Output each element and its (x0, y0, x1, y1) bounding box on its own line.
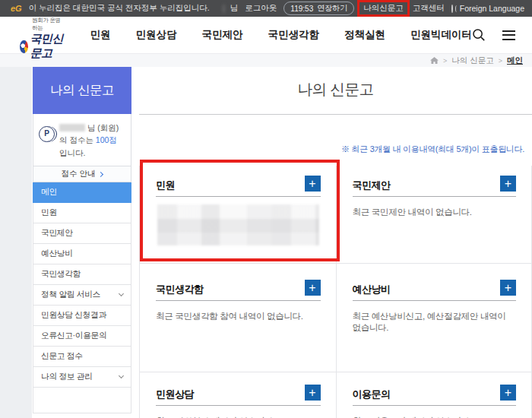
section-title-kukmin-jean: 국민제안 (353, 176, 391, 192)
title-divider (139, 114, 532, 115)
sidebar-item-my-info[interactable]: 나의 정보 관리 (33, 367, 131, 388)
sidebar-profile-box: P 님 (회원) 의 점수는 100점 입니다. (33, 114, 131, 166)
sidebar-item-error-report[interactable]: 오류신고·이용문의 (33, 326, 131, 347)
left-gray-gutter (0, 67, 32, 418)
foreign-language-link[interactable]: Foreign Language (460, 4, 524, 13)
session-extend-button[interactable]: 연장하기 (317, 3, 347, 14)
profile-name-redacted (59, 124, 85, 131)
logo-subtitle: 국민권익위원회가 운영하는 (32, 9, 65, 32)
add-yesan-nangbi-button[interactable]: + (500, 280, 516, 296)
sidebar: 나의 신문고 P 님 (회원) 의 점수는 100점 입니다. 점수 안내 메인… (33, 67, 131, 413)
sidebar-item-kukmin-saenggakham[interactable]: 국민생각함 (33, 264, 131, 285)
search-icon[interactable] (472, 28, 486, 42)
sidebar-item-policy-alert[interactable]: 정책 알림 서비스 (33, 285, 131, 306)
section-title-iyong-munui: 이용문의 (353, 385, 391, 401)
add-minwon-button[interactable]: + (305, 176, 321, 192)
breadcrumb-separator: > (443, 57, 447, 65)
top-utility-bar: eG 이 누리집은 대한민국 공식 전자정부 누리집입니다. 님 로그아웃 11… (0, 0, 532, 17)
section-minwon: 민원 + (139, 166, 336, 263)
chevron-down-icon (119, 291, 124, 296)
nav-kukmin-jean[interactable]: 국민제안 (202, 28, 243, 42)
add-kukmin-saenggakham-button[interactable]: + (305, 280, 321, 296)
sidebar-item-yesan-nangbi[interactable]: 예산낭비 (33, 244, 131, 264)
sidebar-menu: 메인 민원 국민제안 예산낭비 국민생각함 정책 알림 서비스 민원상담 신청결… (33, 182, 131, 388)
nav-kukmin-saenggakham[interactable]: 국민생각함 (268, 28, 320, 42)
session-timer-pill[interactable]: 119:53 연장하기 (283, 2, 354, 15)
profile-score-value: 100점 (96, 135, 117, 144)
sidebar-item-sangdam-result[interactable]: 민원상담 신청결과 (33, 306, 131, 326)
nav-minwon-sangdam[interactable]: 민원상담 (136, 28, 177, 42)
empty-text-yesan-nangbi: 최근 예산낭비신고, 예산절감제안 내역이 없습니다. (353, 311, 517, 334)
score-guide-label: 점수 안내 (62, 169, 96, 179)
my-sinmungo-link[interactable]: 나의신문고 (363, 3, 404, 12)
add-kukmin-jean-button[interactable]: + (500, 176, 516, 192)
globe-icon (451, 5, 453, 13)
breadcrumb-separator: > (499, 57, 502, 65)
section-underline (353, 300, 517, 301)
section-iyong-munui: 이용문의 + 최근 이용문의 내역이 없습니다. (336, 372, 532, 418)
hamburger-menu-icon[interactable] (502, 30, 515, 40)
profile-text-suffix: 입니다. (59, 148, 85, 157)
section-yesan-nangbi: 예산낭비 + 최근 예산낭비신고, 예산절감제안 내역이 없습니다. (336, 263, 532, 372)
section-title-kukmin-saenggakham: 국민생각함 (156, 280, 204, 296)
header-icons (472, 28, 520, 42)
dashboard-grid: 민원 + 국민제안 + 최근 국민제안 내역이 없습니다. 국민생각함 + 최근… (139, 166, 532, 418)
sidebar-title: 나의 신문고 (33, 67, 131, 114)
breadcrumb-item-current[interactable]: 메인 (507, 55, 523, 66)
section-underline (156, 196, 321, 197)
my-sinmungo-link-wrap: 나의신문고 (361, 3, 406, 14)
section-title-minwon-sangdam: 민원상담 (156, 385, 194, 401)
section-underline (353, 196, 517, 197)
section-title-minwon: 민원 (156, 176, 175, 192)
sidebar-item-minwon[interactable]: 민원 (33, 203, 131, 223)
sidebar-item-sinmungo-score[interactable]: 신문고 점수 (33, 347, 131, 367)
breadcrumb: > 나의 신문고 > 메인 (0, 53, 532, 67)
nav-jeongchaek-silhyeon[interactable]: 정책실현 (344, 28, 385, 42)
customer-center-link[interactable]: 고객센터 (413, 3, 445, 14)
main-nav: 민원 민원상담 국민제안 국민생각함 정책실현 민원빅데이터 (90, 28, 473, 42)
nav-minwon-bigdata[interactable]: 민원빅데이터 (410, 28, 472, 42)
recent-history-note: ※ 최근 3개월 내 이용내역(최대 5개)이 표출됩니다. (139, 144, 524, 155)
user-name-suffix: 님 (230, 3, 239, 14)
section-underline (353, 405, 517, 406)
breadcrumb-item-my-sinmungo[interactable]: 나의 신문고 (451, 55, 493, 66)
logout-link[interactable]: 로그아웃 (245, 3, 277, 14)
section-underline (156, 405, 321, 406)
nav-minwon[interactable]: 민원 (90, 28, 111, 42)
sidebar-item-kukmin-jean[interactable]: 국민제안 (33, 223, 131, 244)
profile-score-text: 님 (회원) 의 점수는 100점 입니다. (59, 122, 125, 159)
logo-row: 국민신문고 (20, 32, 65, 61)
section-kukmin-saenggakham: 국민생각함 + 최근 국민생각함 참여 내역이 없습니다. (139, 263, 336, 372)
main-content: 나의 신문고 ※ 최근 3개월 내 이용내역(최대 5개)이 표출됩니다. 민원… (139, 67, 532, 418)
add-minwon-sangdam-button[interactable]: + (305, 385, 321, 401)
logo-title: 국민신문고 (30, 32, 65, 61)
section-title-yesan-nangbi: 예산낭비 (353, 280, 391, 296)
site-header: 국민권익위원회가 운영하는 국민신문고 민원 민원상담 국민제안 국민생각함 정… (0, 17, 532, 53)
section-minwon-sangdam: 민원상담 + 최근 민원상담 내역이 없습니다. (139, 372, 336, 418)
section-underline (156, 300, 321, 301)
section-kukmin-jean: 국민제안 + 최근 국민제안 내역이 없습니다. (336, 166, 532, 263)
chevron-down-icon (119, 373, 124, 378)
minwon-content-redacted (157, 204, 319, 245)
site-logo[interactable]: 국민권익위원회가 운영하는 국민신문고 (20, 9, 65, 61)
session-time-remaining: 119:53 (290, 5, 313, 13)
page-title: 나의 신문고 (139, 79, 532, 100)
sidebar-item-main[interactable]: 메인 (33, 182, 131, 203)
sidebar-empty-box (33, 388, 131, 413)
score-guide-link[interactable]: 점수 안내 (33, 166, 131, 182)
home-icon[interactable] (430, 57, 439, 65)
chevron-right-icon (98, 172, 103, 177)
add-iyong-munui-button[interactable]: + (500, 385, 516, 401)
empty-text-kukmin-jean: 최근 국민제안 내역이 없습니다. (353, 207, 517, 218)
sinmungo-swirl-icon (20, 40, 28, 53)
empty-text-kukmin-saenggakham: 최근 국민생각함 참여 내역이 없습니다. (156, 311, 321, 322)
point-coin-icon: P (39, 126, 55, 142)
